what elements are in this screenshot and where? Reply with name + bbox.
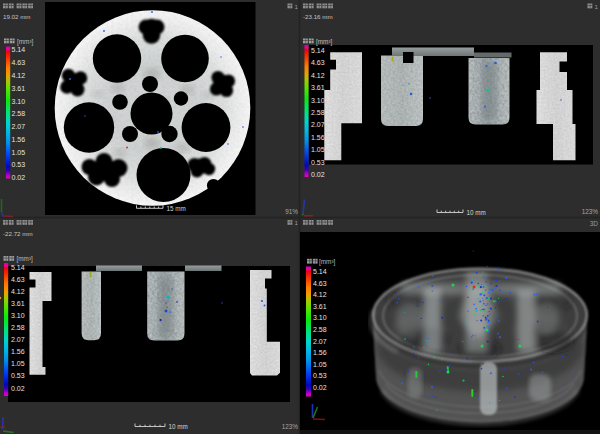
svg-text:4.12: 4.12: [11, 288, 25, 295]
svg-text:4.63: 4.63: [311, 59, 325, 66]
svg-text:3.10: 3.10: [11, 312, 25, 319]
svg-text:[mm³]: [mm³]: [316, 38, 333, 46]
svg-text:2.58: 2.58: [313, 326, 327, 333]
svg-text:1.56: 1.56: [12, 136, 26, 143]
svg-text:91%: 91%: [285, 208, 298, 215]
svg-text:0.53: 0.53: [12, 161, 26, 168]
svg-text:[mm³]: [mm³]: [17, 38, 34, 46]
svg-text:2.07: 2.07: [313, 338, 327, 345]
svg-text:3.10: 3.10: [313, 314, 327, 321]
svg-text:5.14: 5.14: [311, 47, 325, 54]
svg-text:1.56: 1.56: [311, 134, 325, 141]
svg-text:5.14: 5.14: [11, 264, 25, 271]
svg-text:2.07: 2.07: [11, 336, 25, 343]
svg-text:3D: 3D: [590, 220, 599, 227]
svg-text:4.63: 4.63: [313, 280, 327, 287]
svg-text:0.02: 0.02: [12, 174, 26, 181]
svg-text:1: 1: [595, 3, 599, 10]
svg-text:4.12: 4.12: [313, 291, 327, 298]
svg-text:1.05: 1.05: [313, 361, 327, 368]
svg-text:0.53: 0.53: [311, 159, 325, 166]
svg-text:1: 1: [295, 3, 299, 10]
svg-text:2.58: 2.58: [311, 109, 325, 116]
svg-text:3.61: 3.61: [313, 303, 327, 310]
svg-text:1: 1: [295, 219, 299, 226]
svg-text:2.07: 2.07: [311, 121, 325, 128]
svg-text:3.10: 3.10: [311, 97, 325, 104]
svg-text:0.02: 0.02: [11, 385, 25, 392]
svg-text:123%: 123%: [582, 208, 599, 215]
svg-text:2.58: 2.58: [11, 324, 25, 331]
svg-text:0.02: 0.02: [311, 171, 325, 178]
svg-text:10 mm: 10 mm: [169, 423, 188, 430]
svg-text:0.53: 0.53: [313, 372, 327, 379]
svg-text:15 mm: 15 mm: [167, 205, 186, 212]
svg-text:5.14: 5.14: [12, 46, 26, 53]
svg-text:1.05: 1.05: [12, 149, 26, 156]
svg-text:10 mm: 10 mm: [467, 209, 486, 216]
svg-text:3.61: 3.61: [311, 84, 325, 91]
svg-text:2.07: 2.07: [12, 123, 26, 130]
svg-text:5.14: 5.14: [313, 268, 327, 275]
svg-text:3.61: 3.61: [11, 300, 25, 307]
svg-text:19.02 mm: 19.02 mm: [3, 13, 31, 20]
svg-text:1.56: 1.56: [11, 348, 25, 355]
svg-text:4.12: 4.12: [12, 72, 26, 79]
svg-text:4.63: 4.63: [12, 59, 26, 66]
svg-text:[mm³]: [mm³]: [319, 258, 336, 266]
svg-text:1.05: 1.05: [311, 146, 325, 153]
svg-text:1.05: 1.05: [11, 360, 25, 367]
svg-text:-23.16 mm: -23.16 mm: [303, 13, 333, 20]
svg-text:[mm³]: [mm³]: [17, 255, 34, 263]
svg-text:1.56: 1.56: [313, 349, 327, 356]
svg-text:3.61: 3.61: [12, 85, 26, 92]
svg-text:4.12: 4.12: [311, 72, 325, 79]
svg-text:2.58: 2.58: [12, 110, 26, 117]
svg-text:3.10: 3.10: [12, 98, 26, 105]
svg-text:123%: 123%: [282, 423, 299, 430]
svg-text:0.02: 0.02: [313, 384, 327, 391]
svg-text:-22.72 mm: -22.72 mm: [3, 230, 33, 237]
svg-text:4.63: 4.63: [11, 276, 25, 283]
svg-text:0.53: 0.53: [11, 372, 25, 379]
